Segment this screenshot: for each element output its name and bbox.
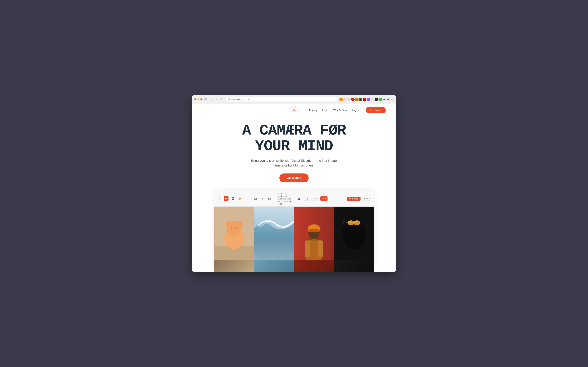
toolbar-zoom[interactable]: 32% ▾ (362, 197, 371, 200)
hero-subtitle: Bring your vision to life with Visual El… (248, 158, 340, 168)
forward-button[interactable]: → (215, 97, 219, 101)
app-toolbar: ‹ 🎨 (214, 191, 374, 207)
url-text: visualelectric.com (231, 98, 249, 101)
svg-rect-15 (232, 199, 233, 200)
extension-icons: 🌐 ✏️ 🎤 🦊 📦 ⇆ 🎬 💜 📋 ⚫ 🌱 📤 📺 ⬜ (339, 98, 394, 101)
svg-point-57 (354, 221, 357, 223)
ext-icon-10[interactable]: ⚫ (375, 98, 378, 101)
image-cell-bottom-3[interactable] (294, 260, 334, 272)
svg-rect-44 (318, 241, 323, 257)
ext-icon-9[interactable]: 📋 (371, 98, 374, 101)
svg-line-10 (295, 111, 295, 111)
ext-icon-3[interactable]: 🎤 (347, 98, 351, 101)
svg-line-9 (293, 109, 293, 109)
toolbar-color-tool[interactable]: 🎨 (237, 196, 242, 201)
svg-rect-16 (233, 199, 234, 200)
toolbar-separator-2 (274, 197, 274, 200)
toolbar-type-tool[interactable]: T (260, 196, 265, 201)
hero-section: A CAMÆRA FØR YOUR MIND Bring your vision… (192, 116, 396, 187)
toolbar-select-tool[interactable] (224, 196, 228, 201)
svg-point-54 (353, 220, 360, 225)
lock-icon: 🔗 (228, 98, 230, 100)
nav-inspo[interactable]: Inspo (322, 109, 328, 112)
svg-point-56 (349, 221, 351, 223)
reload-button[interactable]: ↻ (220, 97, 224, 101)
svg-rect-3 (206, 100, 207, 100)
svg-rect-1 (206, 98, 207, 99)
svg-rect-0 (204, 98, 206, 100)
hero-title-line2: YOUR MIND (195, 138, 393, 154)
ext-icon-6[interactable]: ⇆ (359, 98, 362, 101)
back-button[interactable]: ← (209, 97, 213, 101)
image-cell-bottom-4[interactable] (334, 260, 374, 272)
ext-icon-5[interactable]: 📦 (355, 98, 359, 101)
image-cell-man-orange[interactable] (294, 207, 334, 260)
image-cell-bottom-2[interactable] (254, 260, 294, 272)
ext-icon-12[interactable]: 📤 (382, 98, 386, 101)
svg-line-11 (295, 109, 295, 109)
close-button[interactable] (194, 98, 196, 100)
svg-point-49 (307, 229, 321, 232)
nav-login[interactable]: Log in (352, 109, 359, 112)
ext-icon-13[interactable]: 📺 (386, 98, 390, 101)
nav-links: Pricing Inspo What's New Log in Get star… (309, 107, 386, 113)
image-cell-bottom-1[interactable] (214, 260, 254, 272)
svg-point-27 (238, 221, 243, 227)
hero-get-started-button[interactable]: Get started (279, 174, 309, 182)
svg-line-12 (293, 111, 293, 111)
image-grid-bottom (214, 260, 374, 272)
window-buttons (194, 98, 202, 100)
nav-whats-new[interactable]: What's New (333, 109, 347, 112)
svg-point-24 (231, 227, 233, 229)
hero-title: A CAMÆRA FØR YOUR MIND (195, 123, 393, 154)
toolbar-image-tool[interactable] (267, 196, 271, 201)
toolbar-style-badge[interactable]: Airy (303, 197, 310, 200)
toolbar-share-button[interactable]: Share (347, 197, 361, 201)
toolbar-camera-icon[interactable]: 📷 (296, 196, 301, 201)
website-content: Pricing Inspo What's New Log in Get star… (192, 104, 396, 272)
ext-icon-8[interactable]: 💜 (367, 98, 370, 101)
ext-icon-4[interactable]: 🦊 (351, 98, 354, 101)
image-cell-silhouette[interactable] (334, 207, 374, 260)
ext-icon-1[interactable]: 🌐 (339, 98, 343, 101)
sidebar-toggle[interactable] (204, 97, 208, 101)
browser-chrome: ← → ↻ 🔗 visualelectric.com 🌐 ✏️ 🎤 🦊 📦 ⇆ … (192, 95, 396, 104)
toolbar-prompt[interactable]: Portrait of a black model wearing a gold… (276, 192, 294, 205)
toolbar-grid-tool[interactable] (231, 196, 235, 201)
image-grid (214, 207, 374, 260)
image-cell-plush[interactable] (214, 207, 254, 260)
svg-point-25 (236, 227, 237, 229)
svg-rect-14 (233, 197, 234, 199)
minimize-button[interactable] (197, 98, 199, 100)
ext-icon-11[interactable]: 🌱 (378, 98, 382, 101)
svg-point-26 (226, 221, 230, 227)
hero-title-line1: A CAMÆRA FØR (195, 123, 393, 138)
toolbar-text-tool[interactable]: A (244, 196, 249, 201)
address-bar[interactable]: 🔗 visualelectric.com (226, 97, 338, 102)
svg-rect-43 (305, 241, 310, 257)
app-preview: ‹ 🎨 (214, 191, 374, 272)
svg-point-4 (293, 109, 295, 111)
toolbar-ratio-badge[interactable]: 4×3 (312, 197, 318, 200)
nav-logo[interactable] (290, 106, 298, 114)
maximize-button[interactable] (201, 98, 202, 100)
toolbar-generate-button[interactable]: ⚡ ▾ (320, 196, 328, 201)
ext-icon-14[interactable]: ⬜ (390, 98, 394, 101)
svg-rect-17 (254, 198, 257, 200)
nav-pricing[interactable]: Pricing (309, 109, 317, 112)
ext-icon-2[interactable]: ✏️ (343, 98, 347, 101)
site-nav: Pricing Inspo What's New Log in Get star… (192, 104, 396, 116)
ext-icon-7[interactable]: 🎬 (363, 98, 366, 101)
svg-rect-2 (206, 99, 207, 100)
image-cell-ocean[interactable] (254, 207, 294, 260)
toolbar-back-button[interactable]: ‹ (217, 196, 222, 201)
nav-get-started-button[interactable]: Get started (366, 107, 386, 113)
svg-rect-13 (232, 197, 233, 199)
browser-window: ← → ↻ 🔗 visualelectric.com 🌐 ✏️ 🎤 🦊 📦 ⇆ … (192, 95, 396, 272)
toolbar-rect-tool[interactable] (253, 196, 258, 201)
